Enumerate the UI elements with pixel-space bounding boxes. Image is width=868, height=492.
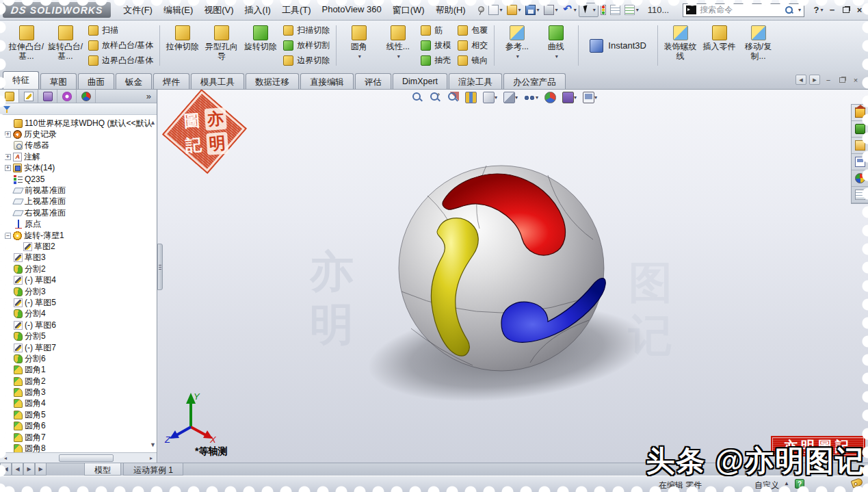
tree-horizontal-scrollbar[interactable]: ◂ ▸ (0, 452, 157, 463)
view-settings-button[interactable]: ▾ (581, 90, 599, 105)
tree-item[interactable]: +注解 (3, 151, 147, 162)
dropdown-arrow-icon[interactable]: ▾ (515, 94, 518, 101)
tree-item[interactable]: 上视基准面 (3, 196, 147, 207)
dropdown-arrow-icon[interactable]: ▾ (397, 52, 400, 62)
menu-item[interactable]: 插入(I) (239, 1, 276, 20)
tree-item[interactable]: 圆角7 (3, 432, 147, 443)
taskpane-tab-design-library[interactable] (852, 121, 868, 138)
previous-view-button[interactable] (445, 90, 461, 105)
extruded-cut-button[interactable]: 拉伸切除 (163, 22, 202, 69)
tree-filter-bar[interactable] (0, 103, 157, 115)
close-button[interactable]: × (854, 4, 865, 16)
boundary-boss-button[interactable]: 边界凸台/基体 (88, 53, 153, 68)
dropdown-arrow-icon[interactable]: ▾ (574, 94, 577, 101)
tree-item[interactable]: 原点 (3, 219, 147, 230)
next-tab-button[interactable]: ▶ (23, 463, 35, 476)
status-tag-icon[interactable] (851, 478, 864, 489)
menu-item[interactable]: 窗口(W) (387, 1, 430, 20)
tree-item[interactable]: +历史记录 (3, 129, 147, 140)
graphics-viewport[interactable]: ▾▾▾▾▾ 圖 亦 記 明 亦明 图记 (158, 90, 868, 463)
splitter-handle[interactable] (157, 244, 163, 290)
dropdown-arrow-icon[interactable]: ▾ (537, 7, 540, 13)
tree-item[interactable]: 分割6 (3, 353, 147, 364)
collapse-icon[interactable]: − (5, 233, 11, 239)
dropdown-arrow-icon[interactable]: ▾ (518, 7, 521, 13)
first-tab-button[interactable]: ◀ (0, 463, 12, 476)
tab-数据迁移[interactable]: 数据迁移 (246, 73, 299, 89)
tree-item[interactable]: (-) 草图4 (3, 274, 147, 285)
new-document-button[interactable]: ▾ (486, 3, 505, 16)
doc-close[interactable]: × (850, 75, 861, 85)
restore-button[interactable] (840, 4, 852, 16)
tab-钣金[interactable]: 钣金 (116, 73, 152, 89)
taskpane-tab-file-explorer[interactable] (852, 138, 868, 154)
tree-scroll-down-icon[interactable]: ▼ (150, 441, 156, 448)
panel-tab-dimxpert-manager[interactable] (57, 90, 77, 103)
tab-草图[interactable]: 草图 (40, 73, 77, 89)
insert-part-button[interactable]: 插入零件 (700, 22, 739, 69)
zoom-to-fit-button[interactable] (410, 90, 425, 105)
tree-item[interactable]: (-) 草图6 (3, 320, 147, 331)
undo-button[interactable]: ▾ (560, 3, 579, 16)
tree-item[interactable]: 110世界杯足球WDHQ (默认<<默认 (3, 118, 147, 129)
soccer-ball-model[interactable] (384, 157, 620, 381)
taskpane-tab-custom-properties[interactable] (852, 187, 868, 203)
tree-item[interactable]: 分割2 (3, 263, 147, 274)
dropdown-arrow-icon[interactable]: ▾ (536, 94, 538, 101)
tab-焊件[interactable]: 焊件 (153, 73, 189, 89)
search-dropdown-icon[interactable]: ▾ (798, 7, 801, 13)
section-view-button[interactable] (463, 90, 479, 105)
menu-item[interactable]: PhotoView 360 (316, 1, 386, 20)
panel-tab-feature-manager[interactable] (0, 90, 19, 103)
file-properties-button[interactable] (608, 3, 622, 16)
doc-minimize[interactable]: − (823, 75, 834, 85)
open-document-button[interactable]: ▾ (505, 3, 523, 16)
search-icon[interactable] (785, 5, 793, 14)
search-input[interactable]: 搜索命令 ▾ (683, 3, 804, 17)
instant3d-button[interactable]: Instant3D (581, 22, 655, 69)
menu-item[interactable]: 视图(V) (198, 1, 239, 20)
reference-geometry-button[interactable]: 参考...▾ (497, 22, 536, 69)
wrap-button[interactable]: 包覆 (458, 23, 488, 38)
dropdown-arrow-icon[interactable]: ▾ (820, 7, 823, 13)
tree-item[interactable]: 圆角4 (3, 398, 147, 409)
options-list-button[interactable]: ▾ (622, 3, 641, 16)
draft-button[interactable]: 拔模 (421, 38, 451, 53)
scrollbar-track[interactable] (11, 454, 146, 462)
panel-tab-configuration-manager[interactable] (38, 90, 57, 103)
dropdown-arrow-icon[interactable]: ▾ (516, 52, 519, 62)
panel-splitter[interactable] (157, 90, 163, 463)
revolved-cut-button[interactable]: 旋转切除 (241, 22, 280, 69)
traffic-light-button[interactable] (599, 3, 608, 16)
print-document-button[interactable]: ▾ (542, 3, 560, 16)
custom-status[interactable]: 自定义 (754, 480, 779, 491)
panel-tab-display-manager[interactable] (77, 90, 96, 103)
select-cursor-button[interactable]: ▾ (579, 3, 599, 17)
tree-item[interactable]: 草图2 (3, 241, 147, 252)
tree-item[interactable]: 圆角8 (3, 443, 147, 452)
lofted-cut-button[interactable]: 放样切割 (283, 38, 330, 53)
tab-评估[interactable]: 评估 (355, 73, 391, 89)
save-document-button[interactable]: ▾ (523, 3, 542, 16)
apply-scene-button[interactable]: ▾ (560, 90, 579, 105)
swept-cut-button[interactable]: 扫描切除 (283, 23, 330, 38)
dropdown-arrow-icon[interactable]: ▾ (358, 52, 361, 62)
hole-wizard-button[interactable]: 异型孔向导 (202, 22, 241, 69)
expand-icon[interactable]: + (5, 154, 11, 160)
move-copy-button[interactable]: 移动/复制... (739, 22, 778, 69)
dropdown-arrow-icon[interactable]: ▾ (495, 94, 497, 101)
cosmetic-thread-button[interactable]: 装饰螺纹线 (661, 22, 700, 69)
rib-button[interactable]: 筋 (421, 23, 451, 38)
dropdown-arrow-icon[interactable]: ▾ (594, 94, 597, 101)
tree-item[interactable]: (-) 草图5 (3, 297, 147, 308)
dropdown-arrow-icon[interactable]: ▾ (636, 7, 639, 13)
status-caret-icon[interactable]: ▲ (784, 480, 789, 487)
dropdown-arrow-icon[interactable]: ▾ (593, 7, 596, 13)
tree-item[interactable]: 圆角6 (3, 421, 147, 432)
menu-item[interactable]: 帮助(H) (430, 1, 471, 20)
tree-item[interactable]: 圆角5 (3, 409, 147, 420)
fillet-button[interactable]: 圆角▾ (339, 22, 378, 69)
tab-DimXpert[interactable]: DimXpert (393, 73, 447, 89)
zoom-to-area-button[interactable] (428, 90, 443, 105)
edit-appearance-button[interactable] (542, 90, 558, 105)
